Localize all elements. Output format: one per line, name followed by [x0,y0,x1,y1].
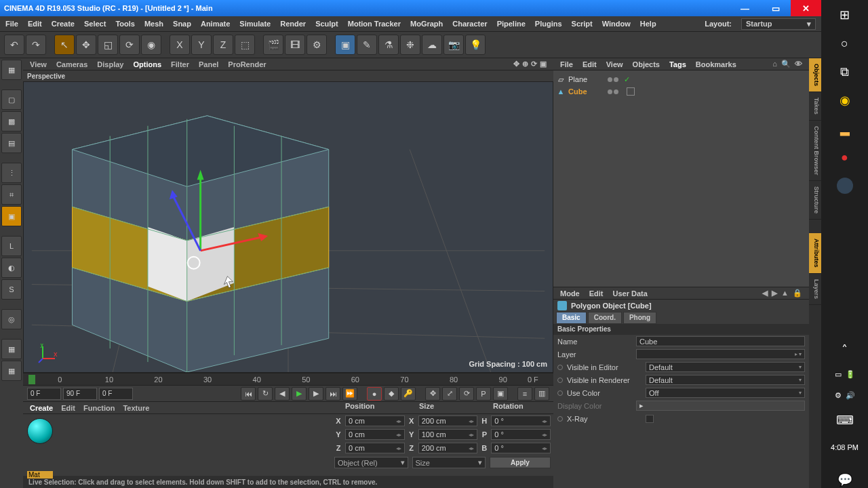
vp-icon2[interactable]: ⊕ [522,60,528,68]
explorer-icon[interactable]: ▂ [837,121,853,137]
menu-sculpt[interactable]: Sculpt [315,20,338,28]
vp-icon1[interactable]: ✥ [513,60,519,68]
generator-button[interactable]: ⚗ [378,35,399,55]
menu-tools[interactable]: Tools [115,20,135,28]
vp-icon3[interactable]: ⟳ [531,60,537,68]
undo-button[interactable]: ↶ [4,35,24,55]
soft-select-button[interactable]: ◐ [1,258,22,278]
vie-anim-dot[interactable] [557,365,563,370]
key-button[interactable]: 🔑 [401,387,416,401]
vmenu-prorender[interactable]: ProRender [228,60,266,68]
timeline-marker[interactable] [28,375,35,384]
am-back-icon[interactable]: ◀ [762,289,768,298]
playbar-opt1[interactable]: ≡ [517,387,532,401]
next-frame-button[interactable]: ▶ [309,387,323,401]
texture-mode-button[interactable]: ▩ [1,111,22,131]
prev-frame-button[interactable]: ◀ [275,387,290,401]
environment-button[interactable]: ☁ [422,35,442,55]
size-z-field[interactable]: 200 cm◂▸ [418,443,478,453]
menu-script[interactable]: Script [572,20,593,28]
material-swatch[interactable] [27,418,53,444]
windows-start-icon[interactable]: ⊞ [837,7,853,23]
rot-p-field[interactable]: 0 °◂▸ [491,429,551,440]
menu-simulate[interactable]: Simulate [239,20,271,28]
tab-phong[interactable]: Phong [623,312,656,324]
playbar-opt2[interactable]: ▥ [534,387,549,401]
move-tool[interactable]: ✥ [76,35,96,55]
primitive-cube-button[interactable]: ▣ [335,35,355,55]
keyboard-icon[interactable]: ⌨ [837,412,853,428]
record-button[interactable]: ● [367,387,382,401]
om-view[interactable]: View [606,60,623,68]
rtab-layers[interactable]: Layers [809,274,821,305]
wifi-icon[interactable]: ⚙ [835,391,842,400]
tree-row-cube[interactable]: ▲ Cube [556,85,806,98]
keymode-rot-button[interactable]: ⟳ [459,387,474,401]
minimize-button[interactable]: — [730,0,760,16]
keymode-param-button[interactable]: P [476,387,491,401]
use-color-dropdown[interactable]: Off▾ [646,388,805,398]
cortana-icon[interactable]: ○ [837,35,853,52]
spline-pen-button[interactable]: ✎ [357,35,377,55]
axis-button[interactable]: L [1,236,22,256]
menu-pipeline[interactable]: Pipeline [497,20,526,28]
am-lock-icon[interactable]: 🔒 [793,289,802,298]
pos-y-field[interactable]: 0 cm◂▸ [345,429,405,440]
om-eye-icon[interactable]: 👁 [795,60,802,68]
axis-x-button[interactable]: X [170,35,190,55]
am-mode[interactable]: Mode [560,289,580,298]
chrome-icon[interactable]: ◉ [837,92,853,108]
menu-file[interactable]: File [5,20,18,28]
rot-b-field[interactable]: 0 °◂▸ [491,443,551,453]
clock[interactable]: 4:08 PM [828,441,861,454]
uc-anim-dot[interactable] [557,390,563,396]
pos-z-field[interactable]: 0 cm◂▸ [345,443,405,453]
keymode-pos-button[interactable]: ✥ [425,387,440,401]
select-tool[interactable]: ↖ [54,35,75,55]
menu-render[interactable]: Render [280,20,306,28]
matmenu-create[interactable]: Create [30,404,53,412]
om-search-icon[interactable]: 🔍 [781,60,791,68]
om-edit[interactable]: Edit [583,60,597,68]
keymode-pla-button[interactable]: ▣ [493,387,508,401]
coord-mode-dropdown[interactable]: Object (Rel)▾ [334,457,408,468]
range-start-field[interactable]: 0 F [27,388,61,400]
phong-tag-icon[interactable] [627,87,635,96]
record-app-icon[interactable]: ● [837,149,853,165]
vir-anim-dot[interactable] [557,378,563,383]
points-mode-button[interactable]: ⋮ [1,163,22,183]
menu-help[interactable]: Help [640,20,656,28]
om-file[interactable]: File [560,60,573,68]
camera-button[interactable]: 📷 [443,35,464,55]
rtab-takes[interactable]: Takes [809,92,821,121]
deformer-button[interactable]: ❉ [400,35,420,55]
maximize-button[interactable]: ▭ [760,0,791,16]
size-x-field[interactable]: 200 cm◂▸ [418,415,478,426]
taskview-icon[interactable]: ⧉ [837,64,853,80]
material-name[interactable]: Mat [27,471,53,479]
lasttool-button[interactable]: ◉ [141,35,161,55]
goto-end-button[interactable]: ⏭ [326,387,340,401]
rtab-content[interactable]: Content Browser [809,121,821,182]
menu-plugins[interactable]: Plugins [535,20,562,28]
matmenu-function[interactable]: Function [83,404,115,412]
range-end-field[interactable]: 90 F [63,388,97,400]
om-tags[interactable]: Tags [669,60,686,68]
redo-button[interactable]: ↷ [26,35,46,55]
vmenu-options[interactable]: Options [134,60,162,68]
current-frame-field[interactable]: 0 F [99,388,133,400]
size-y-field[interactable]: 100 cm◂▸ [418,429,478,440]
viewport-solo-button[interactable]: ◎ [1,309,22,329]
menu-motiontracker[interactable]: Motion Tracker [348,20,401,28]
viewport[interactable]: Grid Spacing : 100 cm y x [23,81,553,373]
menu-snap[interactable]: Snap [173,20,191,28]
rotate-tool[interactable]: ⟳ [119,35,140,55]
edges-mode-button[interactable]: ⌗ [1,184,22,205]
tray-icon[interactable]: ▭ [835,370,842,379]
menu-edit[interactable]: Edit [28,20,42,28]
size-mode-dropdown[interactable]: Size▾ [412,457,486,468]
layout-dropdown[interactable]: Startup▾ [741,18,816,30]
menu-character[interactable]: Character [452,20,487,28]
object-tree[interactable]: ▱ Plane ✓ ▲ Cube [553,70,809,287]
menu-animate[interactable]: Animate [201,20,230,28]
